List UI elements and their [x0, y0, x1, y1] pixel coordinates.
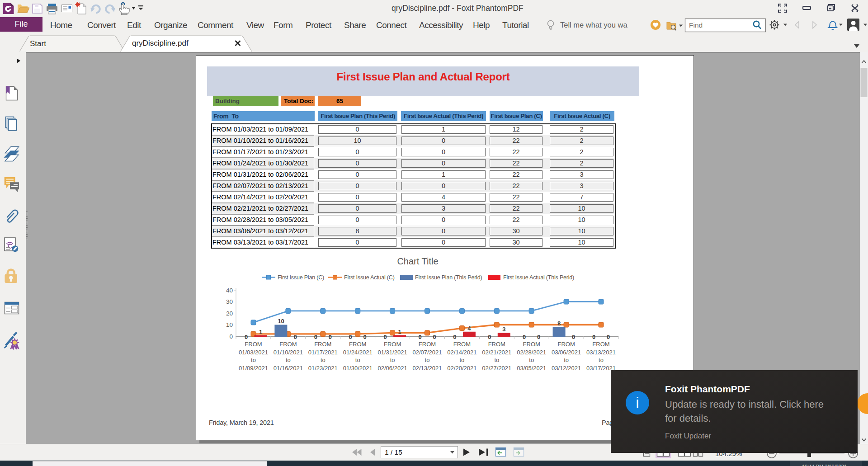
svg-text:to: to [425, 357, 430, 363]
svg-text:01/17/2021: 01/17/2021 [308, 349, 338, 356]
svg-text:0: 0 [314, 334, 317, 340]
svg-text:FROM: FROM [488, 341, 505, 348]
svg-text:40: 40 [226, 287, 233, 294]
svg-text:1: 1 [398, 329, 401, 335]
svg-text:02/06/2021: 02/06/2021 [378, 365, 407, 372]
svg-text:0: 0 [349, 334, 352, 340]
svg-text:1 / 15: 1 / 15 [385, 448, 402, 456]
svg-text:20: 20 [226, 310, 233, 317]
svg-text:0: 0 [245, 334, 248, 340]
svg-text:03/05/2021: 03/05/2021 [517, 365, 546, 372]
svg-text:01/03/2021: 01/03/2021 [239, 349, 268, 356]
svg-text:0: 0 [294, 334, 297, 340]
svg-text:01/16/2021: 01/16/2021 [274, 365, 303, 372]
svg-text:01/31/2021: 01/31/2021 [378, 349, 407, 356]
svg-text:First Issue Plan (This Perid): First Issue Plan (This Perid) [415, 274, 482, 281]
svg-text:02/07/2021: 02/07/2021 [412, 349, 442, 356]
svg-text:4: 4 [467, 325, 471, 332]
svg-text:FROM: FROM [349, 341, 366, 348]
svg-text:Find: Find [689, 21, 703, 29]
svg-text:FROM: FROM [419, 341, 436, 348]
svg-text:0: 0 [537, 334, 540, 340]
svg-text:03/13/2021: 03/13/2021 [586, 349, 616, 356]
svg-text:0: 0 [592, 334, 595, 340]
svg-text:0: 0 [229, 333, 233, 340]
svg-text:FROM: FROM [523, 341, 540, 348]
svg-text:3: 3 [502, 326, 505, 333]
svg-text:to: to [390, 357, 395, 363]
svg-text:01/30/2021: 01/30/2021 [343, 365, 373, 372]
svg-text:02/21/2021: 02/21/2021 [482, 349, 511, 356]
svg-text:03/12/2021: 03/12/2021 [552, 365, 581, 372]
svg-text:to: to [355, 357, 360, 363]
svg-text:01/24/2021: 01/24/2021 [343, 349, 373, 356]
svg-text:01/23/2021: 01/23/2021 [308, 365, 338, 372]
svg-text:30: 30 [226, 298, 233, 305]
svg-text:0: 0 [329, 334, 332, 340]
svg-text:8: 8 [557, 320, 561, 327]
svg-text:02/13/2021: 02/13/2021 [412, 365, 442, 372]
svg-text:10: 10 [226, 321, 233, 328]
svg-text:Chart Title: Chart Title [397, 256, 438, 266]
svg-text:02/28/2021: 02/28/2021 [517, 349, 546, 356]
svg-text:to: to [599, 357, 604, 363]
svg-text:FROM: FROM [245, 341, 262, 348]
svg-text:0: 0 [572, 334, 575, 340]
svg-text:First Issue Actual (C): First Issue Actual (C) [344, 274, 395, 281]
svg-text:to: to [564, 357, 569, 363]
svg-text:to: to [286, 357, 291, 363]
svg-text:1: 1 [259, 329, 262, 335]
svg-text:First Issue Plan (C): First Issue Plan (C) [278, 274, 324, 281]
svg-text:to: to [321, 357, 326, 363]
svg-text:to: to [529, 357, 534, 363]
svg-text:0: 0 [607, 334, 610, 340]
svg-text:0: 0 [453, 334, 456, 340]
svg-text:FROM: FROM [592, 341, 609, 348]
svg-text:FROM: FROM [557, 341, 575, 348]
svg-text:FROM: FROM [279, 341, 297, 348]
svg-text:02/20/2021: 02/20/2021 [447, 365, 476, 372]
svg-text:0: 0 [363, 334, 367, 340]
svg-text:FROM: FROM [384, 341, 401, 348]
svg-text:0: 0 [383, 334, 387, 340]
svg-text:FROM: FROM [453, 341, 471, 348]
svg-text:to: to [459, 357, 464, 363]
svg-text:01/10/2021: 01/10/2021 [274, 349, 303, 356]
svg-text:to: to [494, 357, 499, 363]
svg-text:01/09/2021: 01/09/2021 [239, 365, 268, 372]
svg-text:to: to [251, 357, 256, 363]
svg-text:0: 0 [433, 334, 436, 340]
svg-text:0: 0 [488, 334, 491, 340]
svg-text:0: 0 [523, 334, 526, 340]
svg-text:02/14/2021: 02/14/2021 [447, 349, 476, 356]
svg-text:03/06/2021: 03/06/2021 [552, 349, 581, 356]
svg-text:10: 10 [278, 318, 284, 325]
svg-text:0: 0 [418, 334, 421, 340]
svg-text:First Issue Actual (This Perid: First Issue Actual (This Perid) [503, 274, 574, 281]
svg-text:02/27/2021: 02/27/2021 [482, 365, 511, 372]
svg-text:FROM: FROM [314, 341, 331, 348]
